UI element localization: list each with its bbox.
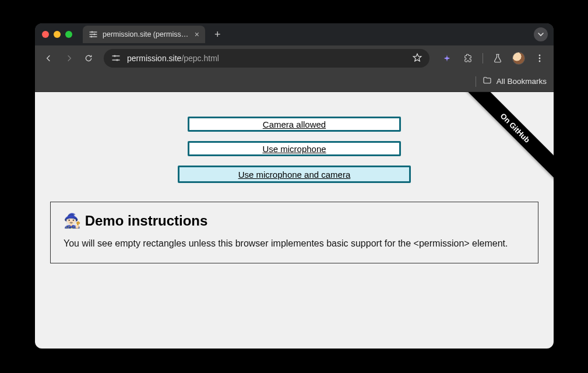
svg-point-1 — [91, 31, 93, 33]
instructions-panel: 🧙🏻‍♀️ Demo instructions You will see emp… — [50, 202, 538, 263]
bookmark-star-icon[interactable] — [412, 52, 422, 65]
svg-point-9 — [116, 59, 118, 61]
back-button[interactable] — [41, 50, 57, 66]
new-tab-button[interactable]: + — [210, 29, 226, 41]
microphone-permission-button[interactable]: Use microphone — [188, 141, 401, 156]
page-content: On GitHub Camera allowed Use microphone … — [35, 92, 554, 349]
toolbar: permission.site/pepc.html — [35, 45, 554, 71]
svg-point-11 — [539, 58, 541, 59]
slider-icon — [89, 30, 98, 39]
extensions-icon[interactable] — [460, 50, 476, 66]
url-host: permission.site — [127, 54, 181, 63]
url-path: /pepc.html — [181, 54, 219, 63]
menu-icon[interactable] — [531, 50, 548, 66]
microphone-camera-permission-button[interactable]: Use microphone and camera — [178, 166, 411, 183]
close-window-button[interactable] — [42, 31, 49, 38]
tab-strip: permission.site (permission e × + — [35, 23, 554, 45]
url-text: permission.site/pepc.html — [127, 54, 219, 63]
instructions-body: You will see empty rectangles unless thi… — [64, 237, 525, 250]
site-settings-icon[interactable] — [111, 53, 121, 64]
maximize-window-button[interactable] — [65, 31, 72, 38]
svg-point-12 — [539, 61, 541, 62]
sparkle-icon[interactable] — [439, 50, 455, 66]
browser-window: permission.site (permission e × + permis… — [35, 23, 554, 349]
browser-tab[interactable]: permission.site (permission e × — [83, 26, 205, 43]
window-controls — [42, 31, 72, 38]
instructions-heading: 🧙🏻‍♀️ Demo instructions — [64, 213, 525, 229]
tab-title: permission.site (permission e — [103, 30, 190, 38]
minimize-window-button[interactable] — [54, 31, 61, 38]
tab-search-button[interactable] — [534, 27, 548, 41]
close-tab-icon[interactable]: × — [195, 30, 199, 39]
forward-button[interactable] — [61, 50, 77, 66]
labs-icon[interactable] — [490, 50, 506, 66]
profile-avatar[interactable] — [510, 50, 527, 66]
svg-point-5 — [91, 36, 93, 38]
bookmarks-bar: All Bookmarks — [35, 71, 554, 92]
svg-point-7 — [114, 55, 115, 57]
svg-point-10 — [539, 55, 541, 57]
toolbar-divider — [483, 53, 483, 64]
folder-icon — [483, 76, 492, 87]
reload-button[interactable] — [80, 50, 97, 66]
all-bookmarks-button[interactable]: All Bookmarks — [497, 77, 547, 86]
bookmarks-divider — [476, 76, 476, 87]
camera-permission-button[interactable]: Camera allowed — [188, 117, 401, 132]
address-bar[interactable]: permission.site/pepc.html — [104, 49, 429, 68]
toolbar-right — [439, 50, 548, 66]
svg-point-3 — [94, 34, 96, 36]
permission-buttons: Camera allowed Use microphone Use microp… — [35, 92, 554, 183]
